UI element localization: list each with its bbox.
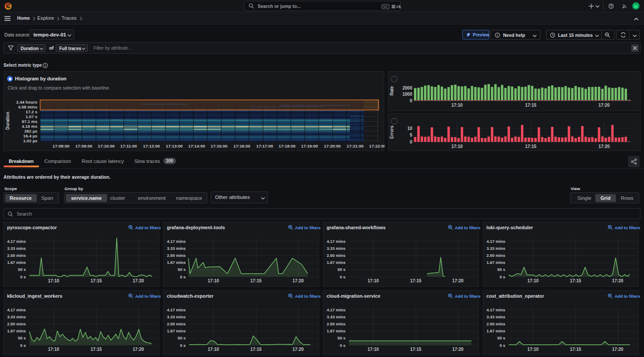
svg-text:0 s: 0 s bbox=[20, 274, 26, 279]
svg-text:17:14:00: 17:14:00 bbox=[188, 144, 205, 148]
svg-text:17:08:00: 17:08:00 bbox=[53, 144, 69, 148]
svg-text:0 s: 0 s bbox=[20, 343, 26, 348]
svg-text:50 s: 50 s bbox=[178, 335, 186, 340]
svg-text:2000: 2000 bbox=[403, 86, 413, 90]
svg-text:17:15:00: 17:15:00 bbox=[211, 144, 227, 148]
svg-text:17:20:00: 17:20:00 bbox=[324, 144, 341, 148]
svg-text:50 s: 50 s bbox=[497, 335, 505, 340]
svg-text:4.17 mins: 4.17 mins bbox=[486, 307, 505, 312]
svg-text:17:15: 17:15 bbox=[570, 278, 581, 283]
svg-text:1.67 mins: 1.67 mins bbox=[167, 260, 186, 265]
svg-text:1000: 1000 bbox=[403, 92, 413, 97]
svg-text:17:15: 17:15 bbox=[525, 103, 536, 108]
svg-text:Rate: Rate bbox=[389, 86, 394, 96]
svg-text:2.50 mins: 2.50 mins bbox=[167, 253, 186, 258]
svg-text:17:10: 17:10 bbox=[527, 347, 539, 352]
svg-text:50 s: 50 s bbox=[18, 267, 26, 272]
svg-text:17:10: 17:10 bbox=[451, 144, 463, 149]
svg-text:3.33 mins: 3.33 mins bbox=[486, 314, 505, 319]
svg-text:1.07 s: 1.07 s bbox=[25, 114, 37, 119]
svg-text:0 s: 0 s bbox=[180, 274, 186, 279]
svg-text:3.33 mins: 3.33 mins bbox=[7, 314, 26, 319]
svg-text:50 s: 50 s bbox=[338, 267, 345, 272]
svg-text:17:20: 17:20 bbox=[598, 144, 610, 149]
svg-text:2.50 mins: 2.50 mins bbox=[167, 321, 186, 326]
svg-text:0 s: 0 s bbox=[340, 343, 345, 348]
svg-text:50 s: 50 s bbox=[497, 267, 505, 272]
svg-text:3.33 mins: 3.33 mins bbox=[7, 246, 26, 251]
svg-text:Duration: Duration bbox=[5, 112, 10, 130]
svg-text:17:15: 17:15 bbox=[250, 347, 262, 352]
svg-text:0: 0 bbox=[410, 140, 412, 144]
svg-text:1.67 mins: 1.67 mins bbox=[7, 260, 26, 265]
svg-text:0 s: 0 s bbox=[340, 274, 345, 279]
svg-text:17:10: 17:10 bbox=[208, 347, 219, 352]
svg-text:17:15: 17:15 bbox=[410, 347, 421, 352]
svg-text:17:10: 17:10 bbox=[367, 347, 379, 352]
svg-text:50 s: 50 s bbox=[18, 335, 26, 340]
svg-text:17:20: 17:20 bbox=[292, 347, 304, 352]
svg-text:0 s: 0 s bbox=[500, 274, 505, 279]
svg-text:2.50 mins: 2.50 mins bbox=[327, 321, 345, 326]
svg-text:0 s: 0 s bbox=[500, 343, 505, 348]
svg-text:1.02 µs: 1.02 µs bbox=[23, 138, 37, 143]
svg-text:1.67 mins: 1.67 mins bbox=[486, 260, 505, 265]
svg-text:17:10: 17:10 bbox=[208, 278, 219, 283]
svg-text:4.17 mins: 4.17 mins bbox=[327, 239, 345, 244]
svg-text:3.33 mins: 3.33 mins bbox=[486, 246, 505, 251]
svg-text:2.50 mins: 2.50 mins bbox=[486, 253, 505, 258]
svg-text:17:10: 17:10 bbox=[367, 278, 379, 283]
svg-text:2.44 hours: 2.44 hours bbox=[16, 100, 37, 105]
svg-text:17:15: 17:15 bbox=[90, 278, 102, 283]
svg-text:17:12:00: 17:12:00 bbox=[143, 144, 160, 148]
svg-text:1.67 mins: 1.67 mins bbox=[327, 260, 345, 265]
svg-text:3.33 mins: 3.33 mins bbox=[167, 314, 186, 319]
svg-text:2.50 mins: 2.50 mins bbox=[486, 321, 505, 326]
svg-text:17:20: 17:20 bbox=[452, 278, 464, 283]
svg-text:17.2 s: 17.2 s bbox=[25, 109, 37, 114]
svg-text:4.17 mins: 4.17 mins bbox=[7, 307, 26, 312]
svg-text:17:13:00: 17:13:00 bbox=[166, 144, 183, 148]
svg-text:17:20: 17:20 bbox=[612, 347, 623, 352]
svg-text:17:15: 17:15 bbox=[410, 278, 421, 283]
svg-text:4.17 mins: 4.17 mins bbox=[7, 239, 26, 244]
svg-text:10: 10 bbox=[407, 126, 413, 131]
svg-text:262 µs: 262 µs bbox=[24, 129, 37, 133]
svg-text:4.17 mins: 4.17 mins bbox=[486, 239, 505, 244]
svg-text:16.4 µs: 16.4 µs bbox=[23, 133, 37, 138]
svg-text:3.33 mins: 3.33 mins bbox=[167, 246, 186, 251]
svg-text:17:20: 17:20 bbox=[133, 347, 144, 352]
svg-text:4.58 mins: 4.58 mins bbox=[18, 105, 37, 109]
svg-text:4.17 mins: 4.17 mins bbox=[327, 307, 345, 312]
svg-text:17:18:00: 17:18:00 bbox=[279, 144, 295, 148]
svg-text:0: 0 bbox=[410, 98, 412, 103]
svg-text:50 s: 50 s bbox=[178, 267, 186, 272]
svg-text:Errors: Errors bbox=[389, 126, 394, 139]
svg-text:4.19 ms: 4.19 ms bbox=[22, 124, 37, 129]
svg-text:17:17:00: 17:17:00 bbox=[256, 144, 273, 148]
svg-text:17:20: 17:20 bbox=[452, 347, 464, 352]
svg-text:17:10: 17:10 bbox=[527, 278, 539, 283]
svg-text:17:21:00: 17:21:00 bbox=[347, 144, 363, 148]
svg-text:17:15: 17:15 bbox=[525, 144, 536, 149]
svg-text:17:20: 17:20 bbox=[598, 103, 610, 108]
svg-text:17:16:00: 17:16:00 bbox=[234, 144, 250, 148]
svg-text:4.17 mins: 4.17 mins bbox=[167, 307, 186, 312]
svg-text:17:11:00: 17:11:00 bbox=[120, 144, 137, 148]
svg-text:17:20: 17:20 bbox=[292, 278, 304, 283]
svg-text:17:19:00: 17:19:00 bbox=[301, 144, 318, 148]
svg-text:17:10: 17:10 bbox=[48, 347, 59, 352]
svg-text:67.1 ms: 67.1 ms bbox=[22, 119, 37, 124]
svg-text:3.33 mins: 3.33 mins bbox=[327, 246, 345, 251]
svg-text:1.67 mins: 1.67 mins bbox=[7, 328, 26, 333]
svg-text:0 s: 0 s bbox=[180, 343, 186, 348]
svg-text:1.67 mins: 1.67 mins bbox=[327, 328, 345, 333]
svg-text:2.50 mins: 2.50 mins bbox=[327, 253, 345, 258]
svg-text:17:09:00: 17:09:00 bbox=[76, 144, 92, 148]
svg-text:17:15: 17:15 bbox=[250, 278, 262, 283]
svg-text:50 s: 50 s bbox=[338, 335, 345, 340]
svg-text:17:20: 17:20 bbox=[133, 278, 144, 283]
svg-text:17:15: 17:15 bbox=[90, 347, 102, 352]
svg-text:17:15: 17:15 bbox=[570, 347, 581, 352]
svg-text:4.17 mins: 4.17 mins bbox=[167, 239, 186, 244]
